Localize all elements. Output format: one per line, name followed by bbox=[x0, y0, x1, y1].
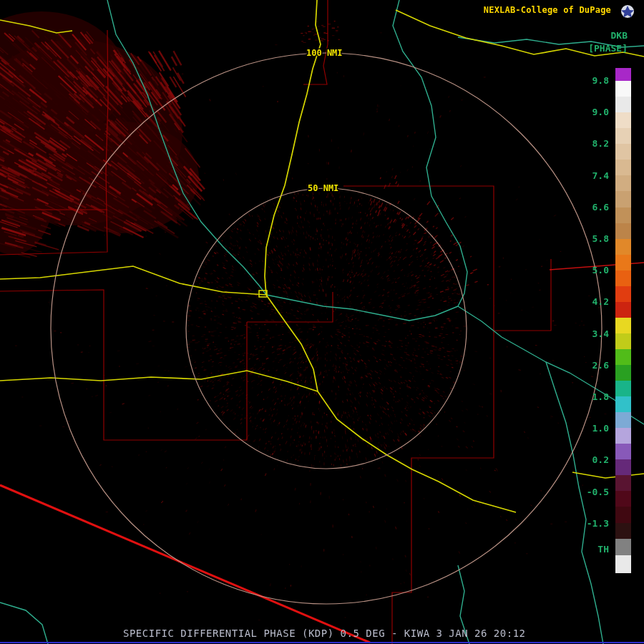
colorbar-unit-label: DKB bbox=[580, 30, 628, 41]
county-line bbox=[303, 0, 328, 84]
river-path bbox=[0, 602, 48, 644]
branding: NEXLAB-College of DuPage bbox=[484, 5, 611, 15]
status-underline bbox=[0, 642, 644, 643]
county-line bbox=[343, 186, 494, 644]
county-boundaries bbox=[0, 0, 644, 644]
colorbar bbox=[615, 68, 631, 573]
map-overlay: 100 NMI 50 NMI bbox=[0, 0, 644, 644]
international-border-line bbox=[0, 485, 370, 643]
highway-path bbox=[572, 472, 644, 478]
highway-path bbox=[0, 20, 72, 33]
river-path bbox=[107, 0, 266, 295]
status-bar-text: SPECIFIC DIFFERENTIAL PHASE (KDP) 0.5 DE… bbox=[123, 628, 526, 639]
river-path bbox=[393, 0, 467, 306]
county-line bbox=[0, 290, 247, 440]
colorbar-th-label: TH bbox=[567, 544, 609, 555]
river-path bbox=[546, 362, 603, 644]
highway-path bbox=[0, 371, 318, 391]
branding-text: NEXLAB-College of DuPage bbox=[484, 5, 611, 15]
county-line bbox=[0, 30, 108, 255]
county-line bbox=[494, 259, 551, 331]
colorbar-phase-label: [PHASE] bbox=[580, 43, 628, 54]
range-ring-circle bbox=[186, 188, 467, 469]
range-ring-label-50nmi: 50 NMI bbox=[308, 183, 338, 193]
river-path bbox=[266, 295, 458, 321]
highway-path bbox=[265, 0, 321, 295]
range-ring-circle bbox=[51, 53, 602, 604]
highway-path bbox=[266, 295, 516, 512]
highways bbox=[0, 0, 644, 512]
cod-logo-icon bbox=[617, 2, 638, 22]
radar-screen: 100 NMI 50 NMI NEXLAB-College of DuPage … bbox=[0, 0, 644, 644]
range-ring-label-100nmi: 100 NMI bbox=[306, 48, 343, 58]
range-rings bbox=[51, 53, 602, 604]
